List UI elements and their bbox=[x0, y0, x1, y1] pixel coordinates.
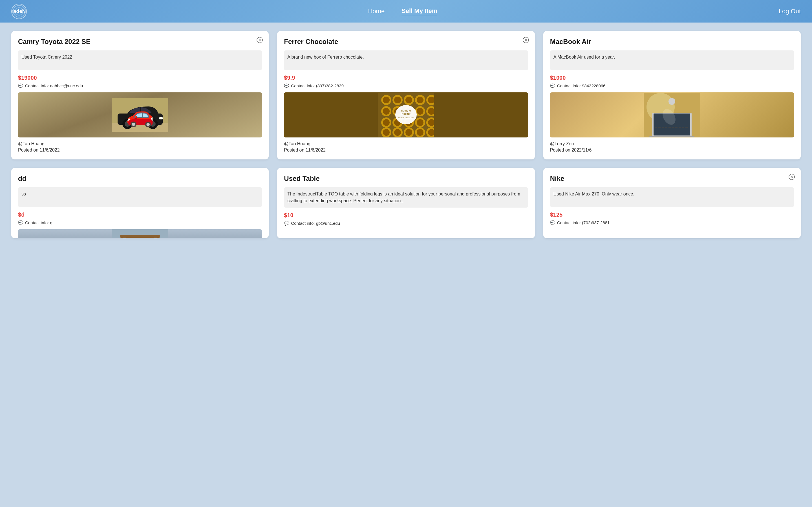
svg-point-49 bbox=[394, 129, 401, 136]
card-poster-camry: @Tao Huang bbox=[18, 142, 262, 147]
card-price-ferrero: $9.9 bbox=[284, 75, 528, 81]
svg-rect-81 bbox=[123, 238, 126, 238]
svg-text:FERRERO: FERRERO bbox=[401, 110, 411, 112]
logo-icon: TradeNC bbox=[11, 4, 27, 19]
card-camry: Camry Toyota 2022 SE Used Toyota Camry 2… bbox=[11, 31, 269, 159]
card-contact-used-table: 💬 Contact info: gb@unc.edu bbox=[284, 221, 528, 226]
svg-point-53 bbox=[417, 129, 423, 136]
logo-container[interactable]: TradeNC bbox=[11, 4, 27, 19]
svg-text:PREMIUM CHOCOLATES: PREMIUM CHOCOLATES bbox=[398, 117, 414, 119]
svg-rect-82 bbox=[154, 238, 157, 238]
card-date-camry: Posted on 11/6/2022 bbox=[18, 148, 262, 153]
card-image-ferrero: FERRERO Rocher PREMIUM CHOCOLATES bbox=[284, 93, 528, 137]
svg-rect-76 bbox=[682, 127, 684, 128]
navbar: TradeNC Home Sell My Item Log Out bbox=[0, 0, 812, 22]
macbook-svg bbox=[644, 93, 700, 136]
card-contact-macbook: 💬 Contact info: 9843228066 bbox=[550, 83, 794, 89]
svg-point-6 bbox=[122, 119, 133, 129]
message-icon-dd: 💬 bbox=[18, 220, 23, 225]
card-contact-dd: 💬 Contact info: q bbox=[18, 220, 262, 225]
svg-point-17 bbox=[383, 97, 390, 103]
message-icon-ferrero: 💬 bbox=[284, 83, 289, 89]
svg-point-47 bbox=[383, 129, 390, 136]
svg-point-27 bbox=[383, 108, 390, 115]
card-image-macbook bbox=[550, 93, 794, 137]
svg-rect-73 bbox=[672, 127, 674, 128]
svg-point-51 bbox=[405, 129, 412, 136]
card-price-macbook: $1000 bbox=[550, 75, 794, 81]
card-price-dd: $d bbox=[18, 212, 262, 218]
svg-rect-72 bbox=[668, 127, 671, 128]
ferrero-svg: FERRERO Rocher PREMIUM CHOCOLATES bbox=[378, 93, 434, 136]
card-used-table: Used Table The IndestructTable TOO table… bbox=[277, 168, 535, 238]
svg-point-67 bbox=[668, 98, 675, 105]
svg-point-8 bbox=[148, 119, 158, 129]
close-button-ferrero[interactable] bbox=[522, 36, 530, 44]
message-icon-used-table: 💬 bbox=[284, 221, 289, 226]
svg-text:Rocher: Rocher bbox=[402, 112, 410, 115]
svg-rect-68 bbox=[655, 127, 657, 128]
main-content: Camry Toyota 2022 SE Used Toyota Camry 2… bbox=[0, 22, 812, 247]
svg-point-9 bbox=[150, 121, 156, 127]
card-price-used-table: $10 bbox=[284, 212, 528, 219]
svg-rect-10 bbox=[159, 117, 163, 119]
card-date-macbook: Posted on 2022/11/6 bbox=[550, 148, 794, 153]
card-desc-ferrero: A brand new box of Ferrero chocolate. bbox=[284, 50, 528, 70]
svg-rect-75 bbox=[679, 127, 681, 128]
card-poster-ferrero: @Tao Huang bbox=[284, 142, 528, 147]
card-contact-ferrero: 💬 Contact info: (897)382-2839 bbox=[284, 83, 528, 89]
svg-point-21 bbox=[405, 97, 412, 103]
card-desc-macbook: A MacBook Air used for a year. bbox=[550, 50, 794, 70]
card-desc-dd: ss bbox=[18, 187, 262, 207]
svg-point-43 bbox=[417, 119, 423, 126]
dd-image-svg bbox=[18, 229, 262, 238]
cards-grid: Camry Toyota 2022 SE Used Toyota Camry 2… bbox=[11, 31, 801, 238]
card-title-macbook: MacBook Air bbox=[550, 38, 794, 46]
card-title-nike: Nike bbox=[550, 175, 794, 183]
card-desc-nike: Used Nike Air Max 270. Only wear once. bbox=[550, 187, 794, 207]
svg-rect-69 bbox=[658, 127, 661, 128]
svg-point-37 bbox=[383, 119, 390, 126]
card-price-camry: $19000 bbox=[18, 75, 262, 81]
svg-rect-70 bbox=[662, 127, 664, 128]
card-contact-nike: 💬 Contact info: (702)937-2881 bbox=[550, 220, 794, 225]
card-title-dd: dd bbox=[18, 175, 262, 183]
card-title-ferrero: Ferrer Chocolate bbox=[284, 38, 528, 46]
card-dd: dd ss $d 💬 Contact info: q bbox=[11, 168, 269, 238]
nav-home[interactable]: Home bbox=[368, 8, 385, 15]
card-macbook: MacBook Air A MacBook Air used for a yea… bbox=[543, 31, 801, 159]
card-title-used-table: Used Table bbox=[284, 175, 528, 183]
message-icon-nike: 💬 bbox=[550, 220, 555, 225]
svg-point-7 bbox=[124, 121, 130, 127]
nav-sell[interactable]: Sell My Item bbox=[402, 7, 437, 15]
svg-point-19 bbox=[394, 97, 401, 103]
svg-rect-77 bbox=[686, 127, 688, 128]
nav-links: Home Sell My Item bbox=[368, 7, 437, 15]
message-icon-macbook: 💬 bbox=[550, 83, 555, 89]
card-image-camry bbox=[18, 93, 262, 137]
card-price-nike: $125 bbox=[550, 212, 794, 218]
card-nike: Nike Used Nike Air Max 270. Only wear on… bbox=[543, 168, 801, 238]
svg-rect-74 bbox=[675, 127, 677, 128]
card-poster-macbook: @Lorry Zou bbox=[550, 142, 794, 147]
card-contact-camry: 💬 Contact info: aabbcc@unc.edu bbox=[18, 83, 262, 89]
close-button-camry[interactable] bbox=[256, 36, 264, 44]
logo-text: TradeNC bbox=[11, 8, 27, 14]
camry-svg bbox=[112, 98, 168, 132]
svg-rect-80 bbox=[120, 235, 160, 238]
nav-logout[interactable]: Log Out bbox=[779, 8, 801, 15]
card-image-dd bbox=[18, 229, 262, 238]
message-icon-camry: 💬 bbox=[18, 83, 23, 89]
svg-rect-66 bbox=[649, 136, 695, 136]
card-desc-used-table: The IndestructTable TOO table with foldi… bbox=[284, 187, 528, 208]
card-ferrero: Ferrer Chocolate A brand new box of Ferr… bbox=[277, 31, 535, 159]
close-button-nike[interactable] bbox=[788, 173, 796, 181]
card-date-ferrero: Posted on 11/6/2022 bbox=[284, 148, 528, 153]
svg-point-33 bbox=[417, 108, 423, 115]
svg-point-23 bbox=[417, 97, 423, 103]
svg-rect-71 bbox=[665, 127, 667, 128]
card-title-camry: Camry Toyota 2022 SE bbox=[18, 38, 262, 46]
card-desc-camry: Used Toyota Camry 2022 bbox=[18, 50, 262, 70]
